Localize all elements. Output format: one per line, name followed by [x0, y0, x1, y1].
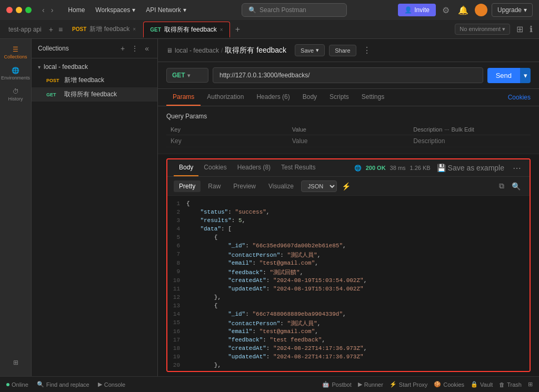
tab-icons: ⊞ ℹ [514, 22, 535, 36]
add-collection-button[interactable]: + [118, 43, 127, 54]
format-visualize[interactable]: Visualize [263, 180, 299, 192]
collapse-button[interactable]: « [143, 43, 151, 54]
tab-test-results[interactable]: Test Results [276, 159, 321, 176]
query-params-section: Query Params Key Value Description ··· B… [158, 106, 539, 154]
send-button[interactable]: Send [487, 68, 520, 83]
sidebar-item-tools[interactable]: ⊞ [5, 353, 26, 372]
key-input[interactable] [171, 137, 284, 145]
more-options-button[interactable]: ⋯ [511, 161, 523, 175]
code-line: 8 "email": "test@gmail.com", [167, 259, 530, 268]
find-replace-button[interactable]: 🔍 Find and replace [37, 381, 89, 388]
settings-button[interactable]: ⚙ [440, 3, 452, 17]
console-button[interactable]: ▶ Console [98, 381, 125, 388]
url-bar: GET ▾ Send ▾ [158, 62, 539, 89]
save-button[interactable]: Save ▾ [295, 44, 325, 56]
collection-local-feedback[interactable]: ▾ local - feedback [32, 61, 157, 73]
code-line: 14 "_id": "66c7488068889eba9904339d", [167, 310, 530, 319]
cookies-button[interactable]: 🍪 Cookies [434, 381, 464, 388]
sidebar-item-collections[interactable]: ☰ Collections [5, 43, 26, 62]
proxy-button[interactable]: ⚡ Start Proxy [390, 381, 427, 388]
runner-button[interactable]: ▶ Runner [358, 381, 383, 388]
request-name: 取得所有 feedback [64, 90, 117, 99]
tab-body[interactable]: Body [296, 89, 323, 106]
trash-button[interactable]: 🗑 Trash [499, 381, 522, 388]
sidebar-toggle-button[interactable]: ⊞ [514, 22, 525, 36]
format-raw[interactable]: Raw [203, 180, 226, 192]
close-icon[interactable]: × [220, 27, 223, 33]
add-tab-button[interactable]: + [231, 25, 244, 34]
chevron-down-icon: ▾ [187, 73, 190, 78]
trash-icon: 🗑 [499, 381, 505, 388]
search-box[interactable]: 🔍 Search Postman [242, 3, 347, 17]
environment-area: No environment ▾ ⊞ ℹ [455, 22, 535, 36]
sidebar-item-history[interactable]: ⏱ History [5, 85, 26, 104]
tab-authorization[interactable]: Authorization [201, 89, 250, 106]
maximize-button[interactable] [25, 7, 32, 13]
tab-settings[interactable]: Settings [355, 89, 391, 106]
notifications-button[interactable]: 🔔 [456, 3, 471, 17]
copy-button[interactable]: ⧉ [496, 180, 507, 192]
tab-headers[interactable]: Headers (8) [232, 159, 276, 176]
api-network-nav[interactable]: API Network ▾ [142, 4, 191, 16]
back-button[interactable]: ‹ [40, 5, 47, 15]
new-collection-button[interactable]: + [47, 24, 55, 35]
code-line: 9 "feedback": "測試回饋", [167, 268, 530, 277]
info-button[interactable]: ℹ [527, 22, 535, 36]
sidebar-item-environments[interactable]: 🌐 Environments [5, 64, 26, 83]
chevron-down-icon: ▾ [183, 6, 186, 14]
tab-get-feedback[interactable]: GET 取得所有 feedback × [143, 22, 229, 37]
language-select[interactable]: JSON XML HTML Text [301, 180, 337, 192]
more-options-button[interactable]: ⋮ [361, 43, 373, 57]
invite-button[interactable]: 👤 Invite [398, 4, 436, 16]
workspaces-nav[interactable]: Workspaces ▾ [91, 4, 139, 16]
table-row [166, 135, 531, 147]
format-pretty[interactable]: Pretty [174, 180, 201, 192]
forward-button[interactable]: › [49, 5, 56, 15]
environment-select[interactable]: No environment ▾ [455, 24, 510, 35]
console-icon: ▶ [98, 381, 102, 388]
close-icon[interactable]: × [133, 26, 136, 32]
bulk-edit-button[interactable]: Bulk Edit [452, 126, 474, 133]
format-preview[interactable]: Preview [228, 180, 261, 192]
traffic-lights [6, 7, 32, 13]
minimize-button[interactable] [16, 7, 22, 13]
send-dropdown-button[interactable]: ▾ [520, 68, 531, 83]
tab-post-feedback[interactable]: POST 新增 feedback × [66, 22, 142, 37]
filter-button[interactable]: ⋮ [129, 43, 141, 54]
code-line: 15 "contactPerson": "測試人員", [167, 319, 530, 328]
filter-icon[interactable]: ⚡ [339, 180, 353, 192]
response-body[interactable]: 1{ 2 "status": "success", 3 "results": 5… [167, 196, 530, 371]
upgrade-button[interactable]: Upgrade ▾ [492, 3, 533, 17]
online-status[interactable]: Online [6, 381, 28, 388]
search-button[interactable]: 🔍 [509, 180, 523, 192]
tab-body[interactable]: Body [174, 159, 198, 176]
grid-button[interactable]: ⊞ [528, 381, 533, 388]
save-example-button[interactable]: 💾 Save as example [435, 163, 506, 173]
code-line: 18 "createdAt": "2024-08-22T14:17:36.973… [167, 345, 530, 353]
tab-headers[interactable]: Headers (6) [250, 89, 296, 106]
share-button[interactable]: Share [329, 45, 356, 56]
url-input[interactable] [213, 67, 483, 83]
edit-collection-button[interactable]: ≡ [56, 24, 65, 35]
code-line: 16 "email": "test@gmail.com", [167, 328, 530, 336]
tab-cookies[interactable]: Cookies [198, 159, 232, 176]
close-button[interactable] [6, 7, 13, 13]
code-line: 2 "status": "success", [167, 208, 530, 217]
home-nav[interactable]: Home [64, 4, 89, 16]
tab-scripts[interactable]: Scripts [323, 89, 355, 106]
titlebar-actions: 👤 Invite ⚙ 🔔 Upgrade ▾ [398, 3, 533, 17]
list-item[interactable]: GET 取得所有 feedback [32, 87, 157, 102]
postbot-button[interactable]: 🤖 Postbot [322, 381, 351, 388]
response-size: 1.26 KB [410, 165, 431, 171]
cookies-link[interactable]: Cookies [508, 94, 531, 101]
response-time: 38 ms [390, 165, 406, 171]
code-line: 20 }, [167, 361, 530, 370]
send-button-group: Send ▾ [487, 68, 531, 83]
list-item[interactable]: POST 新增 feedback [32, 73, 157, 87]
value-input[interactable] [292, 137, 405, 145]
method-select[interactable]: GET ▾ [166, 68, 208, 83]
vault-button[interactable]: 🔒 Vault [471, 381, 493, 388]
collection-name: local - feedback [44, 63, 88, 71]
description-input[interactable] [413, 137, 526, 145]
tab-params[interactable]: Params [166, 89, 201, 106]
